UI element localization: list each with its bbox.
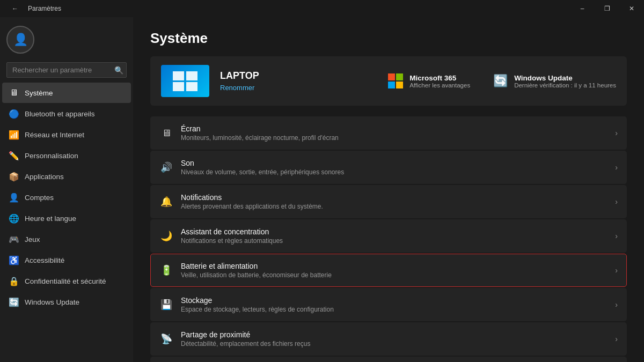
settings-item-son[interactable]: 🔊SonNiveaux de volume, sortie, entrée, p… xyxy=(150,151,627,184)
ecran-sub: Moniteurs, luminosité, éclairage nocturn… xyxy=(181,134,608,142)
partage-icon: 📡 xyxy=(159,332,173,346)
stockage-title: Stockage xyxy=(181,296,608,305)
reseau-label: Réseau et Internet xyxy=(25,131,84,139)
batterie-sub: Veille, utilisation de batterie, économi… xyxy=(181,271,608,279)
notifications-title: Notifications xyxy=(181,193,608,202)
sidebar-item-jeux[interactable]: 🎮Jeux xyxy=(2,229,131,249)
son-sub: Niveaux de volume, sortie, entrée, périp… xyxy=(181,168,608,176)
ms365-text: Microsoft 365 Afficher les avantages xyxy=(409,74,470,88)
device-name-block: LAPTOP Renommer xyxy=(220,70,259,92)
windows-update-label: Windows Update xyxy=(25,298,79,306)
windows-update-title: Windows Update xyxy=(514,74,616,82)
stockage-icon: 💾 xyxy=(159,298,173,312)
minimize-button[interactable]: – xyxy=(570,0,595,17)
systeme-icon: 🖥 xyxy=(9,87,19,98)
settings-list: 🖥ÉcranMoniteurs, luminosité, éclairage n… xyxy=(150,116,627,362)
windows-logo xyxy=(172,70,199,92)
son-chevron-icon: › xyxy=(615,163,618,172)
batterie-text: Batterie et alimentationVeille, utilisat… xyxy=(181,262,608,279)
app-body: 👤 🔍 🖥Système🔵Bluetooth et appareils📶Rése… xyxy=(0,17,644,362)
assistant-chevron-icon: › xyxy=(615,232,618,240)
window-title: Paramètres xyxy=(28,5,61,12)
assistant-text: Assistant de concentrationNotifications … xyxy=(181,227,608,245)
accessibilite-icon: ♿ xyxy=(9,255,19,265)
jeux-icon: 🎮 xyxy=(9,234,19,245)
titlebar: ← Paramètres – ❐ ✕ xyxy=(0,0,644,17)
sidebar-item-systeme[interactable]: 🖥Système xyxy=(2,83,131,103)
device-logo xyxy=(161,65,209,97)
svg-rect-4 xyxy=(388,73,395,80)
sidebar-item-comptes[interactable]: 👤Comptes xyxy=(2,187,131,208)
notifications-chevron-icon: › xyxy=(615,197,618,206)
device-name: LAPTOP xyxy=(220,70,259,82)
notifications-text: NotificationsAlertes provenant des appli… xyxy=(181,193,608,210)
assistant-icon: 🌙 xyxy=(159,229,173,243)
son-icon: 🔊 xyxy=(159,160,173,174)
applications-label: Applications xyxy=(25,173,64,181)
avatar-icon: 👤 xyxy=(13,33,28,47)
ecran-text: ÉcranMoniteurs, luminosité, éclairage no… xyxy=(181,124,608,142)
settings-item-notifications[interactable]: 🔔NotificationsAlertes provenant des appl… xyxy=(150,185,627,218)
window-controls: – ❐ ✕ xyxy=(570,0,644,17)
sidebar-item-confidentialite[interactable]: 🔒Confidentialité et sécurité xyxy=(2,271,131,291)
page-title: Système xyxy=(150,30,627,47)
rename-button[interactable]: Renommer xyxy=(220,84,259,92)
personnalisation-icon: ✏️ xyxy=(9,150,19,161)
partage-text: Partage de proximitéDétectabilité, empla… xyxy=(181,330,608,348)
sidebar-item-windows-update[interactable]: 🔄Windows Update xyxy=(2,292,131,312)
sidebar-item-applications[interactable]: 📦Applications xyxy=(2,166,131,187)
close-button[interactable]: ✕ xyxy=(619,0,644,17)
notifications-icon: 🔔 xyxy=(159,195,173,209)
batterie-icon: 🔋 xyxy=(159,263,173,277)
batterie-title: Batterie et alimentation xyxy=(181,262,608,270)
sidebar-item-accessibilite[interactable]: ♿Accessibilité xyxy=(2,250,131,270)
sidebar-item-reseau[interactable]: 📶Réseau et Internet xyxy=(2,124,131,145)
notifications-sub: Alertes provenant des applications et du… xyxy=(181,203,608,210)
assistant-sub: Notifications et règles automatiques xyxy=(181,237,608,245)
stockage-chevron-icon: › xyxy=(615,300,618,309)
ms365-icon xyxy=(387,72,404,90)
partage-chevron-icon: › xyxy=(615,335,618,343)
assistant-title: Assistant de concentration xyxy=(181,227,608,236)
applications-icon: 📦 xyxy=(9,171,19,182)
settings-item-partage[interactable]: 📡Partage de proximitéDétectabilité, empl… xyxy=(150,322,627,356)
restore-button[interactable]: ❐ xyxy=(595,0,619,17)
settings-item-batterie[interactable]: 🔋Batterie et alimentationVeille, utilisa… xyxy=(150,254,627,287)
settings-item-assistant[interactable]: 🌙Assistant de concentrationNotifications… xyxy=(150,219,627,253)
ecran-chevron-icon: › xyxy=(615,129,618,137)
heure-icon: 🌐 xyxy=(9,213,19,224)
sidebar-nav: 🖥Système🔵Bluetooth et appareils📶Réseau e… xyxy=(0,82,133,362)
reseau-icon: 📶 xyxy=(9,129,19,140)
stockage-text: StockageEspace de stockage, lecteurs, rè… xyxy=(181,296,608,313)
ecran-icon: 🖥 xyxy=(159,126,173,140)
bluetooth-icon: 🔵 xyxy=(9,108,19,119)
confidentialite-label: Confidentialité et sécurité xyxy=(25,277,106,285)
systeme-label: Système xyxy=(25,89,53,97)
svg-rect-3 xyxy=(186,82,197,91)
partage-title: Partage de proximité xyxy=(181,330,608,339)
search-input[interactable] xyxy=(6,62,127,78)
stockage-sub: Espace de stockage, lecteurs, règles de … xyxy=(181,306,608,313)
batterie-chevron-icon: › xyxy=(615,266,618,275)
search-container: 🔍 xyxy=(6,62,127,78)
svg-rect-5 xyxy=(396,73,403,80)
settings-item-ecran[interactable]: 🖥ÉcranMoniteurs, luminosité, éclairage n… xyxy=(150,116,627,150)
ms365-sub: Afficher les avantages xyxy=(409,82,470,88)
comptes-icon: 👤 xyxy=(9,192,19,203)
sidebar-item-personnalisation[interactable]: ✏️Personnalisation xyxy=(2,145,131,166)
sidebar-item-heure[interactable]: 🌐Heure et langue xyxy=(2,208,131,228)
ms365-info: Microsoft 365 Afficher les avantages xyxy=(387,72,470,90)
bluetooth-label: Bluetooth et appareils xyxy=(25,110,95,118)
search-icon[interactable]: 🔍 xyxy=(114,66,123,75)
jeux-label: Jeux xyxy=(25,235,40,243)
windows-update-sub: Dernière vérification : il y a 11 heures xyxy=(514,82,616,88)
back-button[interactable]: ← xyxy=(6,0,24,17)
confidentialite-icon: 🔒 xyxy=(9,276,19,286)
settings-item-multitache[interactable]: ⊞MultitâcheAncrer les fenêtres, bureaux,… xyxy=(150,357,627,362)
heure-label: Heure et langue xyxy=(25,215,76,223)
svg-rect-0 xyxy=(173,71,184,80)
sidebar-item-bluetooth[interactable]: 🔵Bluetooth et appareils xyxy=(2,104,131,124)
titlebar-left: ← Paramètres xyxy=(6,0,61,17)
settings-item-stockage[interactable]: 💾StockageEspace de stockage, lecteurs, r… xyxy=(150,288,627,321)
svg-rect-1 xyxy=(186,71,197,80)
